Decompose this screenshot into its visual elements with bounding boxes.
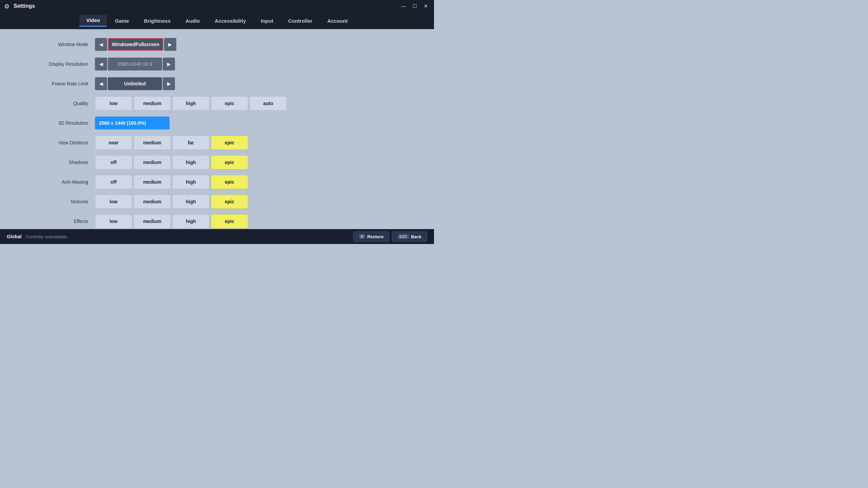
effects-label: Effects: [27, 219, 95, 224]
anti-aliasing-row: Anti-Aliasing offmediumhighepic: [27, 174, 407, 190]
textures-label: Textures: [27, 199, 95, 204]
view-distance-buttons-near-button[interactable]: near: [95, 136, 132, 150]
quality-row: Quality lowmediumhighepicauto: [27, 95, 407, 112]
maximize-button[interactable]: ☐: [411, 3, 419, 9]
window-mode-next-button[interactable]: ▶: [164, 38, 176, 51]
quality-label: Quality: [27, 101, 95, 106]
view-distance-label: View Distance: [27, 140, 95, 145]
nav-item-game[interactable]: Game: [108, 15, 136, 26]
display-resolution-value: 868x488 16:9: [108, 58, 162, 70]
shadows-buttons-off-button[interactable]: off: [95, 155, 132, 169]
shadows-label: Shadows: [27, 160, 95, 165]
textures-buttons-medium-button[interactable]: medium: [134, 195, 171, 209]
view-distance-row: View Distance nearmediumfarepic: [27, 134, 407, 151]
effects-buttons: lowmediumhighepic: [95, 214, 248, 228]
anti-aliasing-buttons: offmediumhighepic: [95, 175, 248, 189]
bottom-right: R Restore ESC Back: [353, 231, 427, 242]
quality-buttons: lowmediumhighepicauto: [95, 96, 287, 110]
view-distance-buttons-medium-button[interactable]: medium: [134, 136, 171, 150]
effects-buttons-high-button[interactable]: high: [172, 214, 210, 228]
display-resolution-label: Display Resolution: [27, 61, 95, 67]
window-mode-value: WindowedFullscreen: [108, 38, 163, 51]
frame-rate-next-button[interactable]: ▶: [163, 77, 175, 90]
title-bar-left: ⚙ Settings: [4, 3, 35, 9]
main-content: Window Mode ◀ WindowedFullscreen ▶ Displ…: [0, 29, 434, 229]
frame-rate-control: ◀ Unlimited ▶: [95, 77, 175, 90]
shadows-row: Shadows offmediumhighepic: [27, 154, 407, 171]
textures-row: Textures lowmediumhighepic: [27, 193, 407, 210]
settings-gear-icon: ⚙: [4, 3, 11, 9]
view-distance-buttons-far-button[interactable]: far: [172, 136, 210, 150]
restore-label: Restore: [367, 234, 383, 239]
back-label: Back: [411, 234, 421, 239]
close-button[interactable]: ✕: [422, 3, 430, 9]
textures-buttons-epic-button[interactable]: epic: [211, 195, 248, 209]
textures-buttons-high-button[interactable]: high: [172, 195, 210, 209]
anti-aliasing-buttons-medium-button[interactable]: medium: [134, 175, 171, 189]
view-distance-buttons-epic-button[interactable]: epic: [211, 136, 248, 150]
quality-buttons-epic-button[interactable]: epic: [211, 96, 248, 110]
title-bar-controls: — ☐ ✕: [399, 3, 430, 9]
shadows-buttons-epic-button[interactable]: epic: [211, 155, 248, 169]
view-distance-buttons: nearmediumfarepic: [95, 136, 248, 150]
quality-buttons-auto-button[interactable]: auto: [250, 96, 287, 110]
minimize-button[interactable]: —: [399, 3, 408, 9]
effects-buttons-medium-button[interactable]: medium: [134, 214, 171, 228]
3d-resolution-row: 3D Resolution 868 x 488 (100.0%): [27, 115, 407, 131]
shadows-buttons-medium-button[interactable]: medium: [134, 155, 171, 169]
nav-bar: VideoGameBrightnessAudioAccessibilityInp…: [0, 12, 434, 29]
nav-item-video[interactable]: Video: [79, 15, 107, 27]
frame-rate-value: Unlimited: [108, 77, 162, 90]
window-mode-row: Window Mode ◀ WindowedFullscreen ▶: [27, 36, 407, 53]
title-bar-title: Settings: [14, 3, 35, 9]
nav-item-account[interactable]: Account: [321, 15, 355, 26]
effects-buttons-epic-button[interactable]: epic: [211, 214, 248, 228]
3d-resolution-value: 868 x 488 (100.0%): [95, 117, 170, 129]
3d-resolution-label: 3D Resolution: [27, 120, 95, 126]
back-key: ESC: [398, 234, 409, 239]
shadows-buttons: offmediumhighepic: [95, 155, 248, 169]
status-text: Currently unavailable.: [26, 234, 68, 239]
title-bar: ⚙ Settings — ☐ ✕: [0, 0, 434, 12]
quality-buttons-low-button[interactable]: low: [95, 96, 132, 110]
quality-buttons-medium-button[interactable]: medium: [134, 96, 171, 110]
anti-aliasing-buttons-off-button[interactable]: off: [95, 175, 132, 189]
restore-button[interactable]: R Restore: [353, 231, 389, 242]
window-mode-label: Window Mode: [27, 42, 95, 47]
display-resolution-next-button[interactable]: ▶: [163, 58, 175, 70]
shadows-buttons-high-button[interactable]: high: [172, 155, 210, 169]
textures-buttons: lowmediumhighepic: [95, 195, 248, 209]
back-button[interactable]: ESC Back: [392, 231, 427, 242]
display-resolution-control: ◀ 868x488 16:9 ▶: [95, 58, 175, 70]
bottom-left: Global Currently unavailable.: [7, 234, 68, 239]
frame-rate-label: Frame Rate Limit: [27, 81, 95, 86]
window-mode-control: ◀ WindowedFullscreen ▶: [95, 38, 176, 51]
anti-aliasing-buttons-high-button[interactable]: high: [172, 175, 210, 189]
window-mode-prev-button[interactable]: ◀: [95, 38, 107, 51]
display-resolution-row: Display Resolution ◀ 868x488 16:9 ▶: [27, 56, 407, 73]
frame-rate-row: Frame Rate Limit ◀ Unlimited ▶: [27, 75, 407, 92]
effects-row: Effects lowmediumhighepic: [27, 213, 407, 229]
frame-rate-prev-button[interactable]: ◀: [95, 77, 107, 90]
nav-item-input[interactable]: Input: [254, 15, 280, 26]
nav-item-brightness[interactable]: Brightness: [137, 15, 177, 26]
global-label: Global: [7, 234, 22, 239]
quality-buttons-high-button[interactable]: high: [172, 96, 210, 110]
effects-buttons-low-button[interactable]: low: [95, 214, 132, 228]
anti-aliasing-label: Anti-Aliasing: [27, 179, 95, 185]
display-resolution-prev-button[interactable]: ◀: [95, 58, 107, 70]
bottom-bar: Global Currently unavailable. R Restore …: [0, 229, 434, 244]
anti-aliasing-buttons-epic-button[interactable]: epic: [211, 175, 248, 189]
nav-item-audio[interactable]: Audio: [179, 15, 207, 26]
restore-key: R: [359, 234, 365, 239]
textures-buttons-low-button[interactable]: low: [95, 195, 132, 209]
nav-item-accessibility[interactable]: Accessibility: [208, 15, 253, 26]
nav-item-controller[interactable]: Controller: [281, 15, 319, 26]
